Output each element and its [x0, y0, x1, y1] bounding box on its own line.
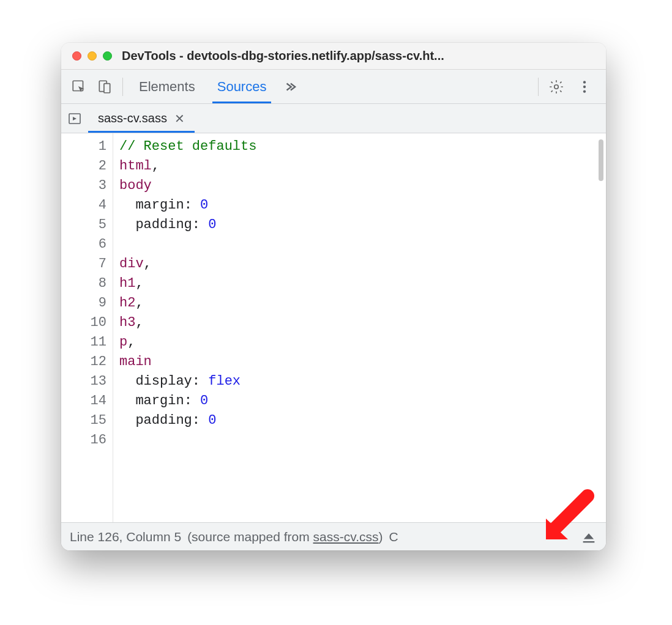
code-line[interactable]: margin: 0 — [119, 391, 600, 411]
source-map-info: (source mapped from sass-cv.css) — [187, 530, 383, 544]
code-line[interactable]: margin: 0 — [119, 196, 600, 215]
divider — [122, 78, 123, 96]
line-number: 1 — [61, 137, 106, 157]
line-number: 10 — [61, 313, 106, 333]
line-number: 4 — [61, 196, 106, 215]
titlebar: DevTools - devtools-dbg-stories.netlify.… — [61, 43, 606, 70]
divider — [538, 78, 539, 96]
devtools-window: DevTools - devtools-dbg-stories.netlify.… — [61, 43, 606, 550]
code-line[interactable]: padding: 0 — [119, 215, 600, 235]
maximize-window-button[interactable] — [103, 51, 112, 61]
line-number: 9 — [61, 294, 106, 313]
line-number: 16 — [61, 431, 106, 450]
code-line[interactable]: body — [119, 176, 600, 196]
settings-icon[interactable] — [543, 74, 569, 100]
line-number: 14 — [61, 391, 106, 411]
code-line[interactable]: h3, — [119, 313, 600, 333]
tab-elements[interactable]: Elements — [128, 70, 206, 103]
devtools-toolbar: Elements Sources — [61, 70, 606, 104]
source-map-link[interactable]: sass-cv.css — [313, 530, 379, 544]
tab-sources[interactable]: Sources — [206, 70, 278, 103]
svg-rect-8 — [583, 541, 595, 542]
code-editor[interactable]: 12345678910111213141516 // Reset default… — [61, 133, 606, 522]
scrollbar-thumb[interactable] — [599, 139, 603, 181]
minimize-window-button[interactable] — [88, 51, 97, 61]
code-line[interactable]: h2, — [119, 294, 600, 313]
more-tabs-button[interactable] — [277, 70, 303, 103]
close-tab-icon[interactable]: ✕ — [174, 111, 185, 126]
drawer-toggle-icon[interactable] — [580, 528, 597, 545]
status-trailing: C — [389, 530, 398, 544]
svg-rect-2 — [104, 83, 110, 92]
code-line[interactable]: display: flex — [119, 372, 600, 391]
line-number: 8 — [61, 274, 106, 294]
svg-point-5 — [583, 85, 586, 87]
panel-tabs: Elements Sources — [128, 70, 533, 103]
line-number-gutter: 12345678910111213141516 — [61, 133, 113, 522]
status-bar: Line 126, Column 5 (source mapped from s… — [61, 522, 606, 550]
file-tabs-bar: sass-cv.sass ✕ — [61, 104, 606, 133]
file-tab-sass-cv[interactable]: sass-cv.sass ✕ — [88, 104, 195, 133]
code-line[interactable]: div, — [119, 254, 600, 274]
navigator-toggle-icon[interactable] — [61, 104, 88, 133]
device-toolbar-icon[interactable] — [92, 74, 118, 100]
code-line[interactable]: h1, — [119, 274, 600, 294]
code-line[interactable]: p, — [119, 333, 600, 352]
code-content[interactable]: // Reset defaultshtml,body margin: 0 pad… — [113, 133, 606, 522]
svg-point-3 — [554, 84, 559, 89]
code-line[interactable]: main — [119, 352, 600, 372]
code-line[interactable] — [119, 431, 600, 450]
line-number: 13 — [61, 372, 106, 391]
line-number: 3 — [61, 176, 106, 196]
line-number: 6 — [61, 235, 106, 254]
close-window-button[interactable] — [72, 51, 81, 61]
window-controls — [72, 51, 112, 61]
code-line[interactable]: padding: 0 — [119, 411, 600, 431]
line-number: 15 — [61, 411, 106, 431]
line-number: 5 — [61, 215, 106, 235]
line-number: 12 — [61, 352, 106, 372]
cursor-position: Line 126, Column 5 — [70, 530, 181, 544]
line-number: 2 — [61, 157, 106, 176]
line-number: 11 — [61, 333, 106, 352]
toolbar-right — [543, 74, 601, 100]
kebab-menu-icon[interactable] — [572, 74, 597, 100]
code-line[interactable] — [119, 235, 600, 254]
window-title: DevTools - devtools-dbg-stories.netlify.… — [122, 49, 595, 63]
inspect-element-icon[interactable] — [66, 74, 92, 100]
code-line[interactable]: html, — [119, 157, 600, 176]
file-tab-label: sass-cv.sass — [98, 111, 167, 125]
svg-point-6 — [583, 90, 586, 92]
line-number: 7 — [61, 254, 106, 274]
code-line[interactable]: // Reset defaults — [119, 137, 600, 157]
svg-point-4 — [583, 81, 586, 83]
